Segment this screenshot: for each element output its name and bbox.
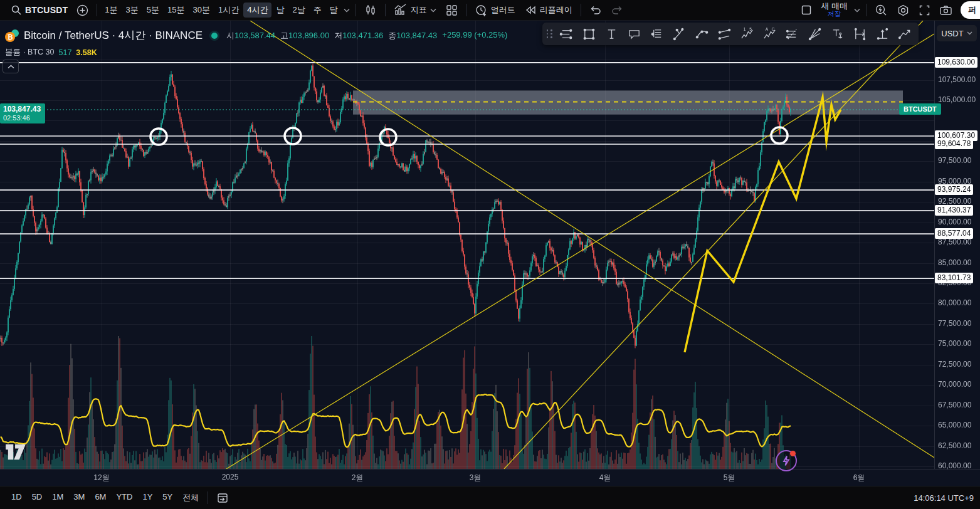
chart-style-button[interactable]: [360, 2, 381, 18]
range-6M[interactable]: 6M: [90, 490, 111, 506]
range-5D[interactable]: 5D: [27, 490, 48, 506]
price-tick: 87,500.00: [938, 238, 971, 246]
ohlc-item: 종103,847.43: [388, 30, 437, 41]
fullscreen-button[interactable]: [914, 2, 935, 18]
interval-1시간[interactable]: 1시간: [214, 3, 243, 18]
fib-channel-icon[interactable]: [781, 24, 803, 43]
ohlc-label: 고: [280, 31, 288, 40]
interval-2날[interactable]: 2날: [288, 3, 308, 18]
divider: [385, 4, 386, 16]
bottom-toolbar: 1D5D1M3M6MYTD1Y5Y전체 14:06:14 UTC+9: [0, 486, 980, 509]
tradingview-watermark-logo[interactable]: [4, 443, 28, 464]
symbol-legend-row[interactable]: ₿ Bitcoin / TetherUS · 4시간 · BINANCE 시10…: [5, 28, 507, 43]
svg-text:C: C: [771, 27, 774, 31]
price-line-label: 88,577.04: [935, 228, 973, 239]
parallel-channel-icon[interactable]: [713, 24, 735, 43]
timezone-clock[interactable]: 14:06:14 UTC+9: [914, 493, 974, 503]
anchored-text-icon[interactable]: [826, 24, 848, 43]
price-axis[interactable]: 107,500.00105,000.0097,500.0095,000.0092…: [934, 21, 980, 469]
price-tick: 75,000.00: [938, 339, 971, 348]
chevron-down-icon: [967, 31, 972, 35]
drag-handle-icon[interactable]: [546, 27, 552, 41]
chevron-down-icon: [344, 8, 350, 13]
range-1Y[interactable]: 1Y: [137, 490, 157, 506]
flash-boost-badge[interactable]: [776, 450, 797, 471]
publish-button[interactable]: 퍼: [961, 1, 980, 19]
search-bolt-icon: [875, 4, 888, 17]
symbol-search-button[interactable]: BTCUSDT: [6, 2, 72, 18]
range-3M[interactable]: 3M: [68, 490, 90, 506]
price-range-icon[interactable]: [848, 24, 871, 43]
time-axis[interactable]: 12월20252월3월4월5월6월: [0, 469, 934, 486]
volume-legend-row[interactable]: 볼륨 · BTC 30 517 3.58K: [5, 47, 507, 58]
legend-collapse-button[interactable]: [3, 60, 19, 73]
date-price-range-icon[interactable]: [871, 24, 893, 43]
interval-날[interactable]: 날: [272, 3, 288, 18]
rectangle-icon[interactable]: [577, 24, 600, 43]
save-link[interactable]: 저장: [828, 10, 841, 18]
go-to-date-button[interactable]: [212, 490, 233, 506]
market-status-icon[interactable]: [211, 33, 218, 39]
ohlc-label: 저: [334, 31, 342, 40]
redo-button[interactable]: [606, 2, 628, 18]
interval-달[interactable]: 달: [326, 3, 342, 18]
price-tick: 67,500.00: [938, 401, 971, 409]
layout-grid-button[interactable]: [441, 2, 462, 18]
interval-주[interactable]: 주: [310, 3, 325, 18]
trend-arrow-icon[interactable]: [893, 24, 916, 43]
ohlc-item: 고103,896.00: [280, 30, 329, 41]
currency-toggle-button[interactable]: USDT: [937, 25, 977, 41]
layout-name-button[interactable]: 새 매매 저장: [816, 2, 852, 18]
divider: [866, 4, 867, 16]
interval-menu-button[interactable]: [342, 2, 352, 18]
alert-label: 얼러트: [491, 4, 515, 16]
interval-list: 1분3분5분15분30분1시간4시간날2날주달: [101, 3, 341, 18]
quick-search-button[interactable]: [870, 2, 892, 18]
text-icon[interactable]: [600, 24, 623, 43]
range-1D[interactable]: 1D: [6, 490, 27, 506]
compare-add-button[interactable]: [72, 2, 93, 18]
fib-speed-fan-icon[interactable]: [803, 24, 826, 43]
replay-icon: [524, 4, 537, 16]
elliott-correction-icon[interactable]: AC: [758, 24, 781, 43]
callout-icon[interactable]: [623, 24, 645, 43]
interval-15분[interactable]: 15분: [164, 3, 188, 18]
replay-button[interactable]: 리플레이: [520, 2, 577, 18]
volume-indicator-name: 볼륨 · BTC 30: [5, 47, 55, 58]
range-YTD[interactable]: YTD: [111, 490, 137, 506]
trend-lines-icon[interactable]: [555, 24, 577, 43]
multi-layout-button[interactable]: [796, 2, 816, 18]
range-1M[interactable]: 1M: [47, 490, 68, 506]
gear-icon: [897, 4, 910, 17]
time-tick-4월: 4월: [586, 473, 624, 483]
time-tick-3월: 3월: [456, 473, 494, 483]
price-tick: 77,500.00: [938, 319, 971, 328]
alert-button[interactable]: 얼러트: [470, 2, 520, 18]
interval-3분[interactable]: 3분: [122, 3, 142, 18]
chart-area[interactable]: ₿ Bitcoin / TetherUS · 4시간 · BINANCE 시10…: [0, 21, 980, 486]
elliott-impulse-icon[interactable]: 15: [735, 24, 758, 43]
interval-1분[interactable]: 1분: [101, 3, 121, 18]
chart-legend: ₿ Bitcoin / TetherUS · 4시간 · BINANCE 시10…: [5, 28, 507, 58]
snapshot-button[interactable]: [935, 2, 957, 18]
layout-name: 새 매매: [821, 2, 848, 10]
indicators-button[interactable]: 지표: [389, 2, 441, 18]
undo-button[interactable]: [585, 2, 606, 18]
calendar-arrow-icon: [216, 491, 229, 504]
time-tick-2025: 2025: [211, 473, 249, 481]
interval-30분[interactable]: 30분: [189, 3, 213, 18]
pitchfork-icon[interactable]: [668, 24, 690, 43]
curve-icon[interactable]: [690, 24, 713, 43]
fib-retracement-icon[interactable]: [645, 24, 668, 43]
svg-text:5: 5: [749, 27, 752, 31]
layout-menu-button[interactable]: [852, 2, 862, 18]
price-tick: 80,000.00: [938, 298, 971, 307]
interval-5분[interactable]: 5분: [143, 3, 163, 18]
interval-4시간[interactable]: 4시간: [243, 3, 271, 18]
range-전체[interactable]: 전체: [177, 490, 204, 506]
time-tick-12월: 12월: [83, 473, 120, 483]
chevron-down-icon: [430, 8, 436, 13]
range-5Y[interactable]: 5Y: [157, 490, 177, 506]
settings-button[interactable]: [892, 2, 914, 18]
chart-canvas[interactable]: [0, 21, 980, 486]
